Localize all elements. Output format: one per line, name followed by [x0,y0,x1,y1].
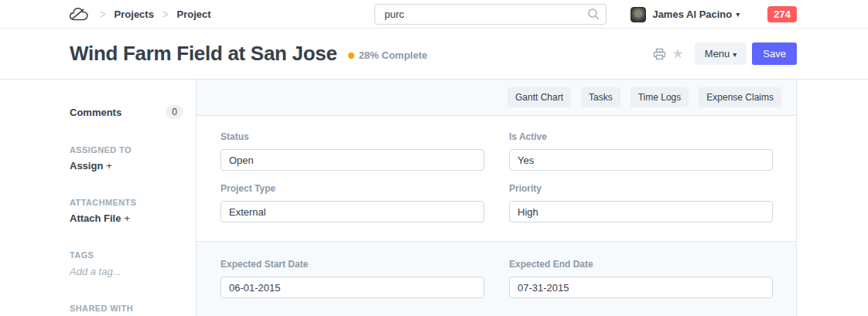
progress-dot-icon [348,53,354,59]
expected-end-date-field: Expected End Date [509,259,773,298]
save-button[interactable]: Save [752,42,797,65]
progress-text: 28% Complete [359,49,428,61]
page-title: Wind Farm Field at San Jose [70,42,337,66]
breadcrumb: > Projects > Project [68,5,211,23]
star-icon[interactable]: ★ [672,47,684,60]
expected-start-date-label: Expected Start Date [220,259,484,270]
tasks-button[interactable]: Tasks [581,87,620,107]
user-menu[interactable]: James Al Pacino [652,8,732,20]
form-view-buttons: Gantt Chart Tasks Time Logs Expense Clai… [196,80,796,116]
priority-input[interactable] [509,201,773,223]
comments-label: Comments [70,107,121,118]
is-active-input[interactable] [509,149,773,171]
status-input[interactable] [220,149,484,171]
assigned-to-heading: ASSIGNED TO [70,145,132,155]
app-logo-cloud-icon[interactable] [68,5,91,23]
search-input[interactable] [374,4,607,25]
status-field: Status [220,131,484,171]
shared-with-heading: SHARED WITH [70,304,133,313]
form-section-dates: Expected Start Date Expected End Date [196,242,796,316]
navbar-user-area: James Al Pacino ▾ 274 [630,0,797,29]
print-icon[interactable] [653,48,666,60]
is-active-field: Is Active [509,131,773,171]
expected-start-date-input[interactable] [220,277,484,298]
gantt-chart-button[interactable]: Gantt Chart [507,87,571,107]
plus-icon: + [124,212,130,224]
breadcrumb-chevron-icon: > [162,7,169,22]
form-section-details: Status Is Active Project Type Priority [196,116,796,242]
add-tag-input[interactable]: Add a tag... [70,266,121,277]
caret-down-icon: ▾ [736,10,740,19]
progress-indicator: 28% Complete [348,49,428,61]
expense-claims-button[interactable]: Expense Claims [699,87,781,107]
priority-label: Priority [509,183,773,194]
breadcrumb-project-link[interactable]: Project [177,8,211,20]
status-label: Status [220,131,484,142]
assign-button[interactable]: Assign+ [70,160,112,172]
caret-down-icon: ▾ [733,50,736,59]
tags-heading: TAGS [70,250,94,260]
comments-link[interactable]: Comments 0 [70,105,183,119]
plus-icon: + [106,160,112,172]
priority-field: Priority [509,183,773,223]
form-main: Gantt Chart Tasks Time Logs Expense Clai… [196,80,797,316]
global-search [374,4,607,25]
attach-file-button[interactable]: Attach File+ [70,212,130,224]
notification-count-badge[interactable]: 274 [767,6,797,22]
breadcrumb-chevron-icon: > [100,7,106,22]
expected-end-date-input[interactable] [509,277,773,298]
user-avatar[interactable] [630,7,646,22]
is-active-label: Is Active [509,131,773,142]
top-navbar: > Projects > Project James Al Pacino ▾ 2… [0,0,868,29]
project-type-label: Project Type [220,183,484,194]
expected-start-date-field: Expected Start Date [220,259,484,298]
time-logs-button[interactable]: Time Logs [630,87,689,107]
project-type-input[interactable] [220,201,484,223]
page-header: Wind Farm Field at San Jose 28% Complete… [0,29,868,80]
expected-end-date-label: Expected End Date [509,259,773,270]
menu-button[interactable]: Menu▾ [695,42,747,65]
comments-count-badge: 0 [166,105,183,119]
attachments-heading: ATTACHMENTS [70,198,136,207]
search-icon [587,8,600,23]
project-type-field: Project Type [220,183,484,223]
breadcrumb-projects-link[interactable]: Projects [114,8,154,20]
